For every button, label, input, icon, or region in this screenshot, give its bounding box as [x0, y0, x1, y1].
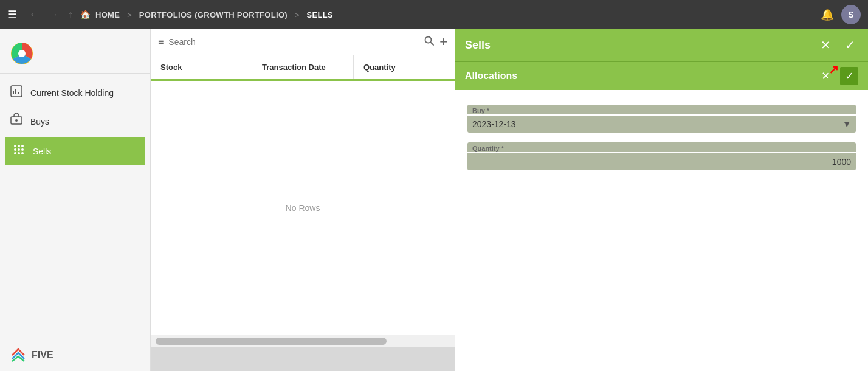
- avatar[interactable]: S: [841, 5, 861, 24]
- quantity-label: Quantity *: [467, 142, 856, 152]
- sidebar-bottom: FIVE: [0, 339, 150, 371]
- svg-point-16: [21, 152, 24, 154]
- buy-input-wrapper[interactable]: ▼: [467, 116, 856, 133]
- svg-point-14: [14, 152, 16, 154]
- svg-point-7: [15, 119, 18, 122]
- search-input[interactable]: [168, 37, 419, 47]
- sells-panel-header: Sells ✕ ✓: [455, 29, 868, 61]
- sidebar-item-sells[interactable]: Sells: [5, 137, 145, 165]
- col-transaction-date: Transaction Date: [252, 55, 354, 79]
- navbar: ☰ ← → ↑ 🏠 HOME > PORTFOLIOS (GROWTH PORT…: [0, 0, 868, 29]
- back-button[interactable]: ←: [27, 7, 41, 23]
- app-logo: [10, 41, 34, 66]
- current-stock-icon: [10, 85, 23, 101]
- five-label: FIVE: [32, 350, 53, 361]
- svg-point-15: [18, 152, 20, 154]
- quantity-field: Quantity * 1000: [467, 142, 856, 170]
- breadcrumb-home[interactable]: HOME: [95, 10, 120, 19]
- svg-point-10: [21, 145, 24, 147]
- svg-point-11: [14, 148, 16, 151]
- table-toolbar: ≡ +: [151, 29, 455, 55]
- svg-point-8: [14, 145, 16, 147]
- table-scrollbar[interactable]: [151, 335, 455, 347]
- col-stock: Stock: [151, 55, 252, 79]
- sells-panel-title: Sells: [465, 39, 817, 52]
- panel-area: Sells ✕ ✓ Allocations ✕ ↗ ✓ Buy *: [455, 29, 868, 371]
- home-icon: 🏠: [80, 10, 91, 19]
- allocations-confirm-button[interactable]: ✓: [840, 67, 858, 85]
- buy-field: Buy * ▼: [467, 105, 856, 133]
- allocations-actions: ✕ ↗ ✓: [818, 67, 858, 85]
- breadcrumb-sells[interactable]: SELLS: [307, 10, 333, 19]
- svg-point-9: [18, 145, 20, 147]
- logo-area: [0, 34, 150, 73]
- sells-close-button[interactable]: ✕: [817, 36, 834, 54]
- sells-icon: [12, 143, 26, 159]
- allocations-header: Allocations ✕ ↗ ✓: [455, 61, 868, 90]
- breadcrumb-sep-2: >: [295, 10, 300, 19]
- svg-line-18: [431, 43, 434, 46]
- filter-icon[interactable]: ≡: [158, 36, 164, 47]
- buy-label: Buy *: [467, 105, 856, 114]
- sidebar-item-buys[interactable]: Buys: [0, 107, 150, 136]
- add-button[interactable]: +: [439, 34, 447, 50]
- arrow-area: ↗ ✓: [840, 67, 858, 85]
- sells-label: Sells: [33, 147, 51, 156]
- current-stock-label: Current Stock Holding: [30, 88, 114, 98]
- sidebar-item-current-stock[interactable]: Current Stock Holding: [0, 78, 150, 107]
- five-logo-icon: [10, 347, 27, 364]
- main-layout: Current Stock Holding Buys Sells FIVE: [0, 29, 868, 371]
- empty-label: No Rows: [286, 203, 320, 213]
- allocations-title: Allocations: [465, 71, 818, 81]
- col-quantity: Quantity: [354, 55, 455, 79]
- sidebar-divider: [0, 73, 150, 74]
- breadcrumb-sep-1: >: [127, 10, 132, 19]
- table-body: No Rows: [151, 81, 455, 335]
- search-icon[interactable]: [424, 35, 435, 49]
- navbar-right: 🔔 S: [821, 5, 861, 24]
- menu-icon[interactable]: ☰: [7, 8, 17, 21]
- svg-point-1: [18, 50, 26, 57]
- table-footer: [151, 347, 455, 371]
- forward-button[interactable]: →: [46, 7, 61, 23]
- sidebar: Current Stock Holding Buys Sells FIVE: [0, 29, 151, 371]
- buy-input[interactable]: [472, 119, 842, 129]
- quantity-value[interactable]: 1000: [467, 153, 856, 170]
- form-area: Buy * ▼ Quantity * 1000: [455, 90, 868, 185]
- buys-label: Buys: [30, 117, 49, 127]
- content-area: ≡ + Stock Transaction Date Quantity No R…: [151, 29, 455, 371]
- scrollbar-thumb[interactable]: [156, 338, 387, 345]
- svg-point-13: [21, 148, 24, 151]
- table-header: Stock Transaction Date Quantity: [151, 55, 455, 81]
- svg-point-12: [18, 148, 20, 151]
- buy-dropdown-icon[interactable]: ▼: [842, 119, 851, 129]
- buys-icon: [10, 113, 23, 130]
- sells-panel-actions: ✕ ✓: [817, 36, 858, 54]
- breadcrumb-portfolios[interactable]: PORTFOLIOS (GROWTH PORTFOLIO): [139, 10, 288, 19]
- allocations-close-button[interactable]: ✕: [818, 69, 833, 83]
- sells-confirm-button[interactable]: ✓: [841, 36, 858, 54]
- up-button[interactable]: ↑: [66, 7, 75, 23]
- bell-icon[interactable]: 🔔: [821, 8, 834, 21]
